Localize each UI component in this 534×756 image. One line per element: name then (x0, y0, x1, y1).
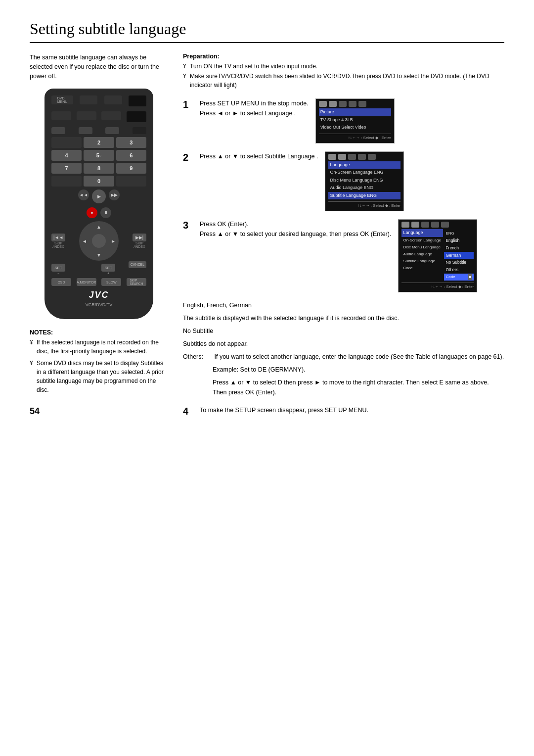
amonitor-btn: A.MONITOR (77, 278, 96, 286)
screen-icon-1e (358, 101, 366, 107)
page-number: 54 (30, 406, 168, 417)
slow-btn: SLOW (101, 278, 121, 286)
screen3-submenu: English French German No Subtitle Others… (444, 237, 474, 281)
screen-2-nav: ↑↓←→ : Select ◆ : Enter (328, 201, 400, 209)
sub-nosubtitle: No Subtitle (444, 259, 474, 266)
info-section: English, French, German The subtitle is … (183, 300, 504, 397)
remote-btn-a (51, 111, 71, 120)
sub-french: French (444, 244, 474, 252)
screen-item-discmenu: Disc Menu Language ENG (328, 177, 400, 185)
step-2-content: Press ▲ or ▼ to select Subtitle Language… (200, 151, 404, 212)
transport-row2: ● ⏸ (51, 207, 146, 218)
others-label: Others: (183, 352, 213, 362)
btn-pause: ⏸ (100, 207, 111, 218)
remote-btn-3 (129, 95, 146, 106)
screen-icon-3a (401, 222, 409, 228)
screen-1-nav: ↑↓←→ : Select ◆ : Enter (319, 134, 391, 141)
numpad: 2 3 4 5○ 6 7 8 9 0 (51, 137, 146, 187)
remote-btn-c (101, 111, 121, 120)
nav-right: ► (111, 238, 116, 244)
screen-icon-3c (421, 222, 429, 228)
step-4-text: To make the SETUP screen disappear, pres… (200, 405, 504, 415)
prep-item-2: Make sureTV/VCR/DVD switch has been slid… (183, 72, 504, 90)
remote-small-a (51, 127, 65, 134)
num-btn-empty1 (51, 137, 82, 148)
sub-english: English (444, 237, 474, 244)
step-3-screen: Language On-Screen Language Disc Menu La… (398, 219, 477, 292)
num-btn-6: 6 (116, 150, 146, 161)
step-1-text: Press SET UP MENU in the stop mode. Pres… (200, 98, 309, 118)
screen-3-left: Language On-Screen Language Disc Menu La… (401, 229, 443, 281)
num-btn-3: 3 (116, 137, 146, 148)
right-column: Preparation: Turn ON the TV and set to t… (183, 53, 504, 425)
num-btn-5: 5○ (84, 150, 114, 161)
screen-icon-1d (349, 101, 356, 107)
step-1-line1: Press SET UP MENU in the stop mode. (200, 100, 309, 107)
screen-3-split: Language On-Screen Language Disc Menu La… (401, 229, 474, 281)
screen-icon-2d (358, 154, 366, 160)
btn-ffwd: ▶▶ (109, 189, 120, 200)
num-btn-4: 4 (51, 150, 82, 161)
remote-model-label: VCR/DVD/TV (51, 302, 146, 307)
sub-code: Code ■ (444, 274, 474, 281)
num-btn-8: 8 (84, 163, 114, 174)
remote-brand-area: JVC (51, 290, 146, 300)
example-label: Example: (213, 366, 238, 373)
prep-section: Preparation: Turn ON the TV and set to t… (183, 53, 504, 90)
num-btn-7: 7 (51, 163, 82, 174)
step-3-text: Press OK (Enter). Press ▲ or ▼ to select… (200, 219, 391, 239)
nav-down: ▼ (96, 252, 101, 258)
num-btn-empty3 (116, 176, 146, 187)
step-2-text: Press ▲ or ▼ to select Subtitle Language… (200, 151, 318, 161)
screen-3-icons (401, 222, 474, 228)
screen3-code: Code (401, 265, 443, 272)
step-3-number: 3 (183, 219, 193, 231)
num-btn-empty2 (51, 176, 82, 187)
transport-row1: ◄◄ ▶ ▶▶ (51, 189, 146, 203)
step-2-screen: Language On-Screen Language ENG Disc Men… (325, 151, 404, 212)
screen-icon-2a (328, 154, 336, 160)
remote-btn-2 (104, 95, 122, 104)
screen3-discmenu: Disc Menu Language (401, 244, 443, 251)
step-3-content: Press OK (Enter). Press ▲ or ▼ to select… (200, 219, 477, 292)
step-1-content: Press SET UP MENU in the stop mode. Pres… (200, 98, 395, 143)
remote-small-row (51, 127, 146, 134)
remote-small-d (133, 127, 146, 134)
example-text: Set to DE (GERMANY). (240, 366, 306, 373)
screen-2-icons (328, 154, 400, 160)
screen-1-icons (319, 101, 391, 107)
screen-icon-2b (338, 154, 346, 160)
nav-circle: ▲ ▼ ◄ ► (79, 221, 119, 261)
remote-btn-d (127, 111, 146, 122)
prep-title: Preparation: (183, 53, 504, 60)
screen-icon-1a (319, 101, 327, 107)
step-1: 1 Press SET UP MENU in the stop mode. Pr… (183, 98, 504, 143)
nav-center-btn (92, 234, 106, 248)
skip-fwd: ▶▶| SKIP/INDEX (133, 234, 146, 249)
notes-section: NOTES: If the selected language is not r… (30, 329, 168, 394)
remote-control: DVDMENU 2 3 (44, 89, 153, 319)
num-btn-9: 9 (116, 163, 146, 174)
others-text: If you want to select another language, … (214, 353, 504, 360)
screen-item-picture: Picture (319, 108, 391, 116)
remote-top-row: DVDMENU (51, 95, 146, 106)
remote-btn-b (77, 111, 96, 120)
info-no-subtitle-title: No Subtitle (183, 326, 504, 336)
screen-item-tvshape: TV Shape 4:3LB (319, 116, 391, 124)
step-3: 3 Press OK (Enter). Press ▲ or ▼ to sele… (183, 219, 504, 292)
btn-play: ▶ (92, 189, 106, 203)
num-btn-0: 0 (84, 176, 114, 187)
screen-icon-2c (348, 154, 356, 160)
step-4-number: 4 (183, 405, 193, 417)
osd-btn: OSD (51, 278, 71, 286)
screen3-onscreen: On-Screen Language (401, 237, 443, 244)
screen-item-lang-title: Language (328, 161, 400, 169)
bottom-btns-row: OSD A.MONITOR SLOW SKIPSEARCH (51, 278, 146, 286)
screen3-r-eng: ENG (444, 230, 474, 237)
prep-item-1: Turn ON the TV and set to the video inpu… (183, 62, 504, 71)
info-lang-list: English, French, German (183, 300, 504, 310)
info-no-subtitle-text: Subtitles do not appear. (183, 339, 504, 349)
set-minus: SET − (51, 264, 65, 275)
remote-small-b (79, 127, 92, 134)
screen-item-subtitle: Subtitle Language ENG (328, 192, 400, 200)
